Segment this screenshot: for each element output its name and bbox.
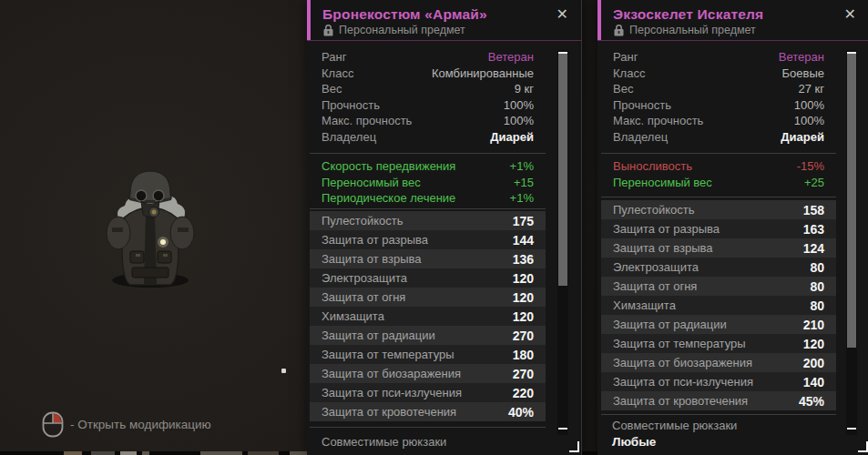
defense-row: Защита от огня80 — [601, 277, 836, 296]
defense-row: Электрозащита120 — [310, 268, 546, 288]
stat-label: Защита от радиации — [613, 318, 727, 331]
compatible-backpacks-value: Любые — [612, 435, 656, 449]
defense-row: Защита от взрыва136 — [310, 249, 546, 268]
item-subtitle: Персональный предмет — [629, 24, 756, 36]
defense-row: Защита от биозаражения200 — [601, 353, 836, 372]
stat-label: Владелец — [613, 130, 668, 144]
stat-value: 144 — [513, 233, 534, 248]
property-list: РангВетеранКлассКомбинированныеВес9 кгПр… — [310, 49, 546, 145]
stat-label: Защита от огня — [613, 279, 697, 293]
right-mouse-icon — [42, 411, 64, 438]
stat-value: Комбинированные — [432, 66, 534, 80]
stat-label: Ранг — [613, 50, 638, 64]
stat-value: 100% — [504, 98, 534, 112]
hint-label: - Открыть модификацию — [70, 418, 211, 431]
stat-label: Электрозащита — [613, 260, 699, 274]
stat-value: 136 — [513, 252, 534, 267]
stat-label: Пулестойкость — [613, 203, 694, 217]
stat-value: 120 — [513, 290, 534, 305]
stat-value: 158 — [803, 203, 824, 217]
property-row: Вес27 кг — [601, 81, 836, 97]
stat-value: 220 — [513, 386, 534, 400]
stat-label: Пулестойкость — [322, 214, 403, 228]
stat-value: +1% — [510, 191, 534, 205]
defense-row: Защита от радиации270 — [310, 326, 546, 345]
stat-value: Ветеран — [488, 50, 534, 64]
armor-item-render[interactable] — [96, 164, 205, 291]
stat-label: Владелец — [322, 130, 376, 144]
modifier-row: Периодическое лечение+1% — [310, 190, 546, 207]
stat-value: 180 — [513, 348, 534, 362]
stat-label: Переносимый вес — [613, 176, 712, 189]
stat-value: 200 — [803, 356, 824, 370]
stat-label: Защита от температуры — [322, 348, 454, 361]
scrollbar-end-mark — [558, 428, 567, 430]
defense-row: Защита от пси-излучения220 — [310, 383, 546, 402]
stat-value: 120 — [513, 309, 534, 324]
resize-corner — [569, 441, 579, 452]
defense-row: Химзащита80 — [601, 296, 836, 315]
close-icon[interactable]: ✕ — [553, 5, 572, 24]
tooltip-header: Бронекостюм «Армай» Персональный предмет… — [307, 0, 581, 41]
stat-value: 270 — [513, 367, 534, 381]
divider — [310, 208, 546, 209]
divider — [310, 427, 546, 428]
stat-label: Химзащита — [322, 309, 384, 323]
defense-list: Пулестойкость158Защита от разрыва163Защи… — [601, 200, 836, 410]
stat-value: +25 — [804, 176, 824, 189]
stat-label: Макс. прочность — [322, 114, 412, 127]
stat-label: Защита от биозаражения — [613, 356, 752, 369]
compatible-backpacks-label: Совместимые рюкзаки — [322, 435, 446, 449]
property-row: Макс. прочность100% — [601, 113, 836, 129]
scrollbar[interactable] — [846, 50, 857, 435]
stat-label: Прочность — [322, 98, 380, 112]
defense-row: Пулестойкость175 — [310, 211, 546, 230]
stat-value: -15% — [797, 159, 824, 173]
property-list: РангВетеранКлассБоевыеВес27 кгПрочность1… — [601, 49, 836, 145]
scrollbar-thumb[interactable] — [847, 52, 856, 348]
property-row: КлассБоевые — [601, 66, 836, 82]
stat-label: Электрозащита — [322, 271, 407, 285]
defense-list: Пулестойкость175Защита от разрыва144Защи… — [310, 211, 546, 421]
stat-label: Защита от температуры — [613, 337, 746, 350]
property-row: РангВетеран — [310, 49, 546, 66]
defense-row: Защита от кровотечения40% — [310, 402, 546, 421]
property-row: Прочность100% — [310, 97, 546, 114]
stat-label: Прочность — [613, 98, 671, 112]
tooltip-header: Экзоскелет Искателя Персональный предмет… — [597, 0, 868, 41]
stat-value: 124 — [803, 241, 824, 256]
defense-row: Защита от температуры120 — [601, 334, 836, 353]
defense-row: Защита от радиации210 — [601, 315, 836, 334]
modifier-row: Переносимый вес+25 — [601, 175, 836, 191]
stat-label: Защита от пси-излучения — [322, 386, 462, 399]
stat-label: Защита от взрыва — [613, 241, 712, 255]
defense-row: Пулестойкость158 — [601, 200, 836, 219]
stat-value: Ветеран — [779, 50, 824, 64]
divider — [601, 153, 836, 154]
stat-label: Защита от разрыва — [613, 222, 720, 236]
stat-value: 80 — [810, 298, 824, 313]
stat-label: Класс — [322, 66, 353, 80]
stat-label: Скорость передвижения — [322, 159, 455, 173]
stat-value: 80 — [810, 260, 824, 275]
stat-value: 210 — [803, 318, 824, 332]
stat-label: Макс. прочность — [613, 114, 703, 127]
stat-label: Выносливость — [613, 159, 692, 173]
defense-row: Химзащита120 — [310, 307, 546, 326]
item-tooltip-armai: Бронекостюм «Армай» Персональный предмет… — [307, 0, 582, 455]
accent-stripe — [597, 0, 601, 40]
modifier-row: Скорость передвижения+1% — [310, 158, 546, 175]
stat-label: Класс — [613, 66, 645, 80]
scrollbar[interactable] — [557, 50, 568, 435]
item-tooltip-exoskeleton: Экзоскелет Искателя Персональный предмет… — [597, 0, 868, 455]
stat-value: 27 кг — [798, 82, 824, 96]
stat-value: 45% — [799, 394, 824, 409]
stat-label: Защита от пси-излучения — [613, 375, 753, 389]
close-icon[interactable]: ✕ — [841, 5, 860, 24]
stat-label: Периодическое лечение — [322, 191, 455, 205]
property-row: Вес9 кг — [310, 81, 546, 97]
resize-corner — [858, 441, 868, 452]
stat-value: 175 — [513, 214, 534, 228]
modifier-row: Выносливость-15% — [601, 158, 836, 175]
scrollbar-thumb[interactable] — [558, 52, 567, 286]
